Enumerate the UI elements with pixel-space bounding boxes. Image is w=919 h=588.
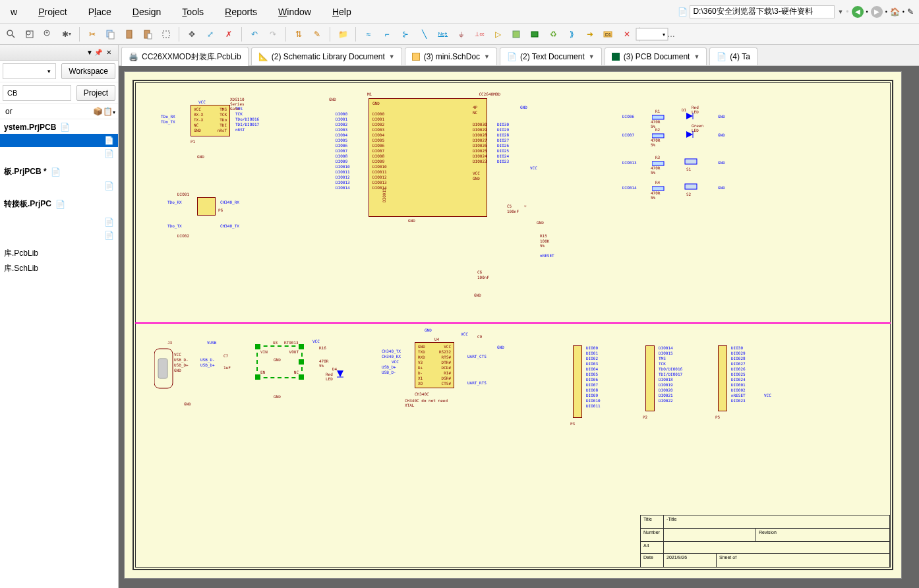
tree-item[interactable]: 转接板.PrjPC📄: [0, 196, 118, 212]
zoom-fit-icon[interactable]: [21, 26, 38, 43]
tree-item[interactable]: 📄: [0, 134, 118, 147]
workspace-combo[interactable]: ▼: [3, 63, 56, 79]
menu-item-design[interactable]: Design: [122, 1, 172, 22]
nav-back-icon[interactable]: ◀: [852, 6, 864, 18]
zoom-select-icon[interactable]: ✱▾: [58, 26, 75, 43]
svg-rect-30: [158, 359, 167, 378]
tab-text[interactable]: 📄(2) Text Document▼: [500, 47, 602, 65]
svg-rect-13: [531, 32, 538, 37]
section-divider: [135, 322, 891, 324]
part-icon[interactable]: ▷: [489, 26, 506, 43]
projects-panel: ▼ 📌 ✕ ▼ Workspace CB Project or 📦 📋▾ yst…: [0, 45, 119, 588]
tree-item[interactable]: 板.PrjPCB *📄: [0, 164, 118, 179]
menu-item-project[interactable]: Project: [28, 1, 78, 22]
select-rect-icon[interactable]: [158, 26, 175, 43]
directive-icon[interactable]: D1: [600, 26, 617, 43]
schematic-canvas[interactable]: VCC VCC RX-X TX-X NC GND TMS TCK TDo TDI…: [119, 66, 919, 588]
part-u3[interactable]: U3 RT9013 VIN VOUT GND EN NC VCC R16 470…: [256, 345, 303, 378]
tree-item[interactable]: 库.PcbLib: [0, 246, 118, 261]
port-icon[interactable]: [526, 26, 543, 43]
tree-item[interactable]: 📄: [0, 179, 118, 192]
svg-rect-28: [685, 184, 697, 189]
zoom-icon[interactable]: [3, 26, 20, 43]
vcc-icon[interactable]: ⊥cc: [471, 26, 488, 43]
part-header-p2[interactable]: P2 DIO014 DIO015 TMS TCK TDO/DIO016 TDI/…: [645, 345, 655, 411]
project-combo[interactable]: CB: [3, 85, 71, 101]
menu-bar: w Project Place Design Tools Reports Win…: [0, 0, 919, 24]
svg-point-3: [26, 31, 30, 35]
part-p6[interactable]: DIO01 TDo_RX CH340_RX TDo_TX CH340_TX DI…: [197, 197, 216, 216]
gnd-icon[interactable]: ⏚: [452, 26, 469, 43]
pin-icon[interactable]: 📌: [93, 47, 104, 58]
menu-item-window[interactable]: Window: [268, 1, 322, 22]
sheet-icon[interactable]: [508, 26, 525, 43]
browse-icon[interactable]: 📁: [334, 26, 351, 43]
file-path-input[interactable]: [690, 5, 835, 18]
home-icon[interactable]: 🏠: [890, 7, 900, 16]
cross-probe-icon[interactable]: ✎: [309, 26, 326, 43]
tab-more[interactable]: 📄(4) Ta: [709, 47, 757, 65]
noerc-icon[interactable]: ✕: [618, 26, 636, 43]
svg-rect-8: [127, 30, 132, 38]
project-button[interactable]: Project: [76, 85, 115, 101]
toolbar: + ✱▾ ✂ ✥ ⤢ ✗ ↶ ↷ ⇅ ✎ 📁 ≈ ⌐ ⊱ ╲ Net̲ ⏚ ⊥c…: [0, 24, 919, 45]
copy-icon[interactable]: [102, 26, 119, 43]
redo-icon[interactable]: ↷: [264, 26, 282, 43]
move-icon[interactable]: ✥: [183, 26, 200, 43]
tab-pcblib[interactable]: 🖨️CC26XXMOD封装库.PcbLib: [121, 47, 249, 67]
tree-item[interactable]: 📄: [0, 216, 118, 229]
tree-item[interactable]: ystem.PrjPCB📄: [0, 121, 118, 134]
netlabel-icon[interactable]: Net̲: [434, 26, 451, 43]
menu-item-tools[interactable]: Tools: [171, 1, 214, 22]
svg-marker-19: [686, 113, 693, 119]
bus-icon[interactable]: ⊱: [397, 26, 414, 43]
paste-icon[interactable]: [121, 26, 138, 43]
paste-special-icon[interactable]: [139, 26, 156, 43]
menu-item-reports[interactable]: Reports: [214, 1, 268, 22]
svg-marker-31: [337, 370, 343, 377]
tree-item[interactable]: 库.SchLib: [0, 261, 118, 276]
harness-icon[interactable]: ♻: [545, 26, 562, 43]
svg-rect-10: [148, 34, 152, 39]
tab-schlib[interactable]: 📐(2) Schematic Library Document▼: [251, 47, 402, 65]
menu-item-w[interactable]: w: [0, 1, 28, 22]
title-block: Title-Title Number Revision A4 Date 2021…: [640, 515, 891, 568]
svg-marker-23: [686, 131, 693, 138]
offsheet-icon[interactable]: ➜: [581, 26, 599, 43]
workspace-button[interactable]: Workspace: [61, 63, 115, 79]
tab-pcb[interactable]: (3) PCB Document▼: [605, 47, 707, 65]
part-usb[interactable]: J3 VCC USB_D- USB_D+ GND VUSB USB_D- USB…: [154, 345, 181, 394]
svg-text:+: +: [45, 30, 48, 35]
part-p1[interactable]: VCC VCC RX-X TX-X NC GND TMS TCK TDo TDI…: [191, 105, 230, 136]
svg-text:D1: D1: [605, 32, 611, 37]
filter-label: or: [3, 107, 93, 116]
port2-icon[interactable]: ⟫: [563, 26, 580, 43]
line-icon[interactable]: ╲: [415, 26, 432, 43]
part-header-p3[interactable]: P3 DIO00 DIO01 DIO02 DIO03 DIO04 DIO05 D…: [573, 345, 582, 418]
deselect-icon[interactable]: ⤢: [202, 26, 219, 43]
zoom-area-icon[interactable]: +: [40, 26, 57, 43]
wire2-icon[interactable]: ⌐: [378, 26, 396, 43]
structure-icon[interactable]: 📋▾: [103, 107, 115, 116]
nav-fwd-icon[interactable]: ▶: [871, 6, 883, 18]
tree-item[interactable]: 📄: [0, 229, 118, 242]
compile-icon[interactable]: 📦: [93, 107, 103, 116]
wire1-icon[interactable]: ≈: [360, 26, 377, 43]
clear-icon[interactable]: ✗: [220, 26, 237, 43]
menu-item-help[interactable]: Help: [322, 1, 362, 22]
drop-icon[interactable]: ▾: [644, 26, 661, 43]
part-header-p5[interactable]: P5 DIO30 DIO029 DIO028 DIO027 DIO026 DIO…: [718, 345, 727, 411]
close-icon[interactable]: ✕: [104, 47, 114, 58]
undo-icon[interactable]: ↶: [246, 26, 263, 43]
menu-item-place[interactable]: Place: [78, 1, 122, 22]
more-icon[interactable]: …: [663, 26, 680, 43]
hierarchy-icon[interactable]: ⇅: [290, 26, 307, 43]
tab-schdoc[interactable]: (3) mini.SchDoc▼: [405, 47, 497, 65]
cut-icon[interactable]: ✂: [84, 26, 101, 43]
project-tree: ystem.PrjPCB📄 📄 📄 板.PrjPCB *📄 📄 转接板.PrjP…: [0, 119, 118, 278]
part-u4[interactable]: U4 GND TXD RXD V3 D+ D- X1 XO VCC RS232 …: [415, 342, 454, 388]
tree-item[interactable]: 📄: [0, 147, 118, 160]
svg-rect-7: [109, 32, 114, 39]
edit-icon[interactable]: ✎: [907, 7, 914, 16]
part-m1[interactable]: M1 CC2640MOD GND DIO00 DIO01 DIO02 DIO03…: [369, 98, 487, 217]
